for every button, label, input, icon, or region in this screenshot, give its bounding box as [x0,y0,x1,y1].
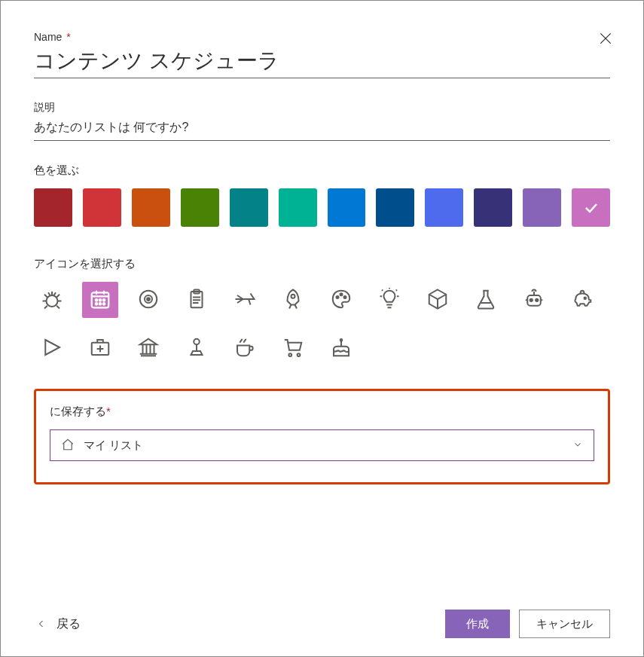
flask-icon [475,288,497,313]
color-swatch-green[interactable] [181,188,219,227]
coffee-icon-button[interactable] [227,330,263,366]
cube-icon-button[interactable] [420,282,456,318]
chevron-left-icon [37,617,46,631]
cart-icon-button[interactable] [275,330,311,366]
close-icon [598,31,613,46]
check-icon [582,199,600,217]
color-swatch-dark-blue[interactable] [376,188,414,227]
coffee-icon [233,336,256,361]
robot-icon [523,288,545,313]
piggybank-icon-button[interactable] [564,282,600,318]
svg-point-23 [288,353,291,356]
dialog-footer: 戻る 作成 キャンセル [34,587,610,638]
firstaid-icon-button[interactable] [82,330,118,366]
play-icon [41,336,63,361]
color-swatch-dark-teal[interactable] [230,188,268,227]
cart-icon [282,336,304,361]
svg-point-6 [99,303,102,305]
save-to-section-highlight: に保存する* マイ リスト [34,389,610,484]
joystick-icon-button[interactable] [179,330,215,366]
color-swatch-purple[interactable] [523,188,561,227]
color-swatch-pink[interactable] [572,188,610,227]
svg-point-2 [96,299,98,301]
name-label: Name* [34,31,610,43]
bug-icon-button[interactable] [34,282,70,318]
joystick-icon [185,336,208,361]
color-swatch-blue[interactable] [328,188,366,227]
color-swatch-navy[interactable] [474,188,512,227]
close-button[interactable] [595,28,616,49]
play-icon-button[interactable] [34,330,70,366]
icon-picker [34,282,610,366]
description-input[interactable] [34,118,610,141]
palette-icon [330,288,353,313]
save-to-label: に保存する* [50,405,594,419]
svg-point-10 [147,298,150,301]
svg-point-15 [340,293,343,295]
target-icon-button[interactable] [130,282,166,318]
save-to-dropdown[interactable]: マイ リスト [50,429,594,461]
description-label: 説明 [34,101,610,115]
color-swatch-teal[interactable] [279,188,317,227]
rocket-icon-button[interactable] [275,282,311,318]
clipboard-icon [185,288,208,313]
back-button[interactable]: 戻る [34,612,84,637]
name-field: Name* [34,31,610,78]
svg-point-19 [536,298,538,301]
svg-point-16 [344,296,346,298]
lightbulb-icon-button[interactable] [371,282,407,318]
calendar-icon-button[interactable] [82,282,118,318]
color-swatch-indigo[interactable] [425,188,463,227]
save-to-value: マイ リスト [84,439,572,453]
color-swatch-dark-red[interactable] [34,188,72,227]
palette-icon-button[interactable] [323,282,359,318]
bank-icon [137,336,160,361]
icon-section-label: アイコンを選択する [34,257,610,271]
svg-point-0 [47,295,58,307]
description-field: 説明 [34,101,610,141]
robot-icon-button[interactable] [516,282,552,318]
name-input[interactable] [34,46,610,78]
cake-icon-button[interactable] [323,330,359,366]
svg-point-7 [103,303,105,305]
create-list-dialog: Name* 説明 色を選ぶ アイコンを選択する に保存する* マイ リスト [0,0,644,657]
svg-point-20 [584,297,587,299]
back-label: 戻る [56,616,81,632]
color-section-label: 色を選ぶ [34,163,610,178]
svg-point-13 [291,294,295,298]
color-swatch-orange[interactable] [132,188,170,227]
target-icon [137,288,160,313]
airplane-icon [233,288,256,313]
svg-point-22 [194,338,200,344]
firstaid-icon [89,336,111,361]
create-button[interactable]: 作成 [445,610,510,638]
cube-icon [426,288,449,313]
bank-icon-button[interactable] [130,330,166,366]
svg-point-14 [337,296,339,298]
cake-icon [330,336,353,361]
home-icon [61,438,75,454]
rocket-icon [282,288,304,313]
clipboard-icon-button[interactable] [179,282,215,318]
airplane-icon-button[interactable] [227,282,263,318]
chevron-down-icon [572,439,583,452]
svg-point-5 [96,303,98,305]
svg-point-24 [298,353,301,356]
svg-point-4 [103,299,105,301]
piggybank-icon [571,288,594,313]
bug-icon [41,288,63,313]
svg-point-18 [530,298,533,301]
cancel-button[interactable]: キャンセル [519,610,610,638]
color-swatch-red[interactable] [83,188,121,227]
svg-point-3 [99,299,102,301]
calendar-icon [89,288,111,313]
flask-icon-button[interactable] [468,282,504,318]
color-picker [34,188,610,227]
lightbulb-icon [378,288,401,313]
